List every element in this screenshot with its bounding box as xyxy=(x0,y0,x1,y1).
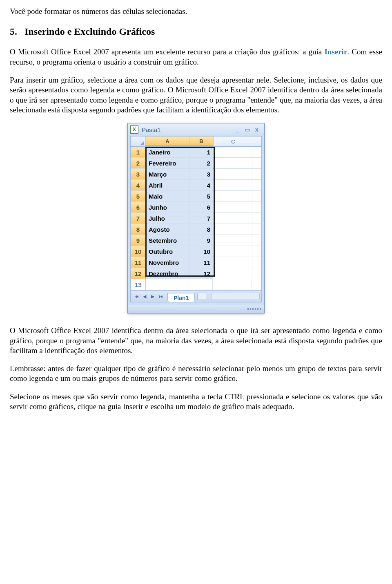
table-row: 7 Julho 7 xyxy=(131,213,261,224)
grid: 1 Janeiro 1 2 Fevereiro 2 3 Março 3 4 Ab… xyxy=(131,147,261,290)
row-header[interactable]: 13 xyxy=(131,279,146,290)
paragraph-6: Selecione os meses que vão servir como l… xyxy=(10,392,382,412)
cell-a[interactable]: Setembro xyxy=(146,235,189,246)
select-all-corner[interactable] xyxy=(131,136,146,146)
cell-a[interactable]: Dezembro xyxy=(146,268,189,279)
cell-c[interactable] xyxy=(213,202,252,213)
cell-b[interactable]: 5 xyxy=(189,191,213,201)
table-row: 11 Novembro 11 xyxy=(131,257,261,268)
paragraph-3: Para inserir um gráfico, selecione a áre… xyxy=(10,75,382,115)
paragraph-2: O Microsoft Office Excel 2007 apresenta … xyxy=(10,47,382,67)
cell-b[interactable]: 9 xyxy=(189,235,213,246)
row-header[interactable]: 7 xyxy=(131,213,146,224)
sheet-tab-strip: ⏮ ◀ ▶ ⏭ Plan1 xyxy=(131,290,261,302)
inserir-guide-link: Inserir xyxy=(324,47,347,56)
zoom-tick-icon xyxy=(255,308,256,310)
section-heading: 5. Inserindo e Excluindo Gráficos xyxy=(10,26,382,37)
paragraph-4: O Microsoft Office Excel 2007 identifica… xyxy=(10,326,382,356)
table-row: 13 xyxy=(131,279,261,290)
cell-c[interactable] xyxy=(213,147,252,157)
tab-nav-first-icon[interactable]: ⏮ xyxy=(132,292,140,300)
tab-nav-prev-icon[interactable]: ◀ xyxy=(140,292,149,300)
section-number: 5. xyxy=(10,26,17,37)
cell-a[interactable]: Março xyxy=(146,169,189,179)
cell-a[interactable]: Janeiro xyxy=(146,147,189,157)
zoom-tick-icon xyxy=(257,308,258,310)
cell-c[interactable] xyxy=(213,246,252,257)
row-header[interactable]: 9 xyxy=(131,235,146,246)
cell-b[interactable]: 4 xyxy=(189,180,213,190)
table-row: 12 Dezembro 12 xyxy=(131,268,261,279)
cell-c[interactable] xyxy=(213,169,252,179)
cell-b[interactable]: 8 xyxy=(189,224,213,235)
horizontal-scrollbar[interactable] xyxy=(211,293,260,300)
cell-b[interactable]: 6 xyxy=(189,202,213,213)
column-headers: A B C xyxy=(131,136,261,147)
cell-b[interactable]: 12 xyxy=(189,268,213,279)
row-header[interactable]: 11 xyxy=(131,257,146,268)
excel-titlebar: Pasta1 _ ▭ x xyxy=(128,123,264,136)
cell-a[interactable]: Outubro xyxy=(146,246,189,257)
intro-paragraph: Você pode formatar os números das célula… xyxy=(10,7,382,16)
row-header[interactable]: 10 xyxy=(131,246,146,257)
cell-b[interactable] xyxy=(189,279,213,290)
row-header[interactable]: 3 xyxy=(131,169,146,179)
new-sheet-button[interactable] xyxy=(197,293,207,300)
sheet-tab[interactable]: Plan1 xyxy=(167,293,195,302)
table-row: 1 Janeiro 1 xyxy=(131,147,261,158)
cell-a[interactable] xyxy=(146,279,189,290)
tab-nav-next-icon[interactable]: ▶ xyxy=(149,292,157,300)
cell-b[interactable]: 11 xyxy=(189,257,213,268)
cell-a[interactable]: Fevereiro xyxy=(146,158,189,168)
table-row: 2 Fevereiro 2 xyxy=(131,158,261,169)
row-header[interactable]: 6 xyxy=(131,202,146,213)
maximize-button[interactable]: ▭ xyxy=(242,126,252,133)
row-header[interactable]: 8 xyxy=(131,224,146,235)
cell-c[interactable] xyxy=(213,279,252,290)
cell-c[interactable] xyxy=(213,257,252,268)
status-bar xyxy=(128,305,264,313)
section-title-text: Inserindo e Excluindo Gráficos xyxy=(24,26,155,37)
row-header[interactable]: 1 xyxy=(131,147,146,157)
paragraph-2a: O Microsoft Office Excel 2007 apresenta … xyxy=(10,47,324,56)
row-header[interactable]: 12 xyxy=(131,268,146,279)
paragraph-5: Lembrasse: antes de fazer qualquer tipo … xyxy=(10,364,382,384)
cell-b[interactable]: 10 xyxy=(189,246,213,257)
cell-c[interactable] xyxy=(213,191,252,201)
cell-a[interactable]: Maio xyxy=(146,191,189,201)
cell-b[interactable]: 2 xyxy=(189,158,213,168)
table-row: 6 Junho 6 xyxy=(131,202,261,213)
zoom-tick-icon xyxy=(252,308,254,310)
workbook-title: Pasta1 xyxy=(142,126,161,133)
table-row: 8 Agosto 8 xyxy=(131,224,261,235)
cell-b[interactable]: 3 xyxy=(189,169,213,179)
cell-c[interactable] xyxy=(213,213,252,224)
table-row: 9 Setembro 9 xyxy=(131,235,261,246)
cell-c[interactable] xyxy=(213,268,252,279)
table-row: 3 Março 3 xyxy=(131,169,261,180)
close-button[interactable]: x xyxy=(252,126,262,133)
cell-a[interactable]: Julho xyxy=(146,213,189,224)
zoom-tick-icon xyxy=(247,308,249,310)
cell-c[interactable] xyxy=(213,235,252,246)
cell-a[interactable]: Agosto xyxy=(146,224,189,235)
column-header-b[interactable]: B xyxy=(189,136,214,146)
cell-c[interactable] xyxy=(213,158,252,168)
sheet-area: A B C 1 Janeiro 1 2 Fevereiro 2 3 Março … xyxy=(130,136,262,302)
cell-b[interactable]: 1 xyxy=(189,147,213,157)
minimize-button[interactable]: _ xyxy=(232,126,242,133)
row-header[interactable]: 2 xyxy=(131,158,146,168)
table-row: 10 Outubro 10 xyxy=(131,246,261,257)
row-header[interactable]: 4 xyxy=(131,180,146,190)
tab-nav-last-icon[interactable]: ⏭ xyxy=(157,292,165,300)
cell-a[interactable]: Junho xyxy=(146,202,189,213)
cell-a[interactable]: Abril xyxy=(146,180,189,190)
row-header[interactable]: 5 xyxy=(131,191,146,201)
column-header-a[interactable]: A xyxy=(146,136,189,146)
cell-c[interactable] xyxy=(213,224,252,235)
cell-b[interactable]: 7 xyxy=(189,213,213,224)
cell-a[interactable]: Novembro xyxy=(146,257,189,268)
excel-app-icon xyxy=(130,125,138,134)
cell-c[interactable] xyxy=(213,180,252,190)
column-header-c[interactable]: C xyxy=(214,136,253,146)
